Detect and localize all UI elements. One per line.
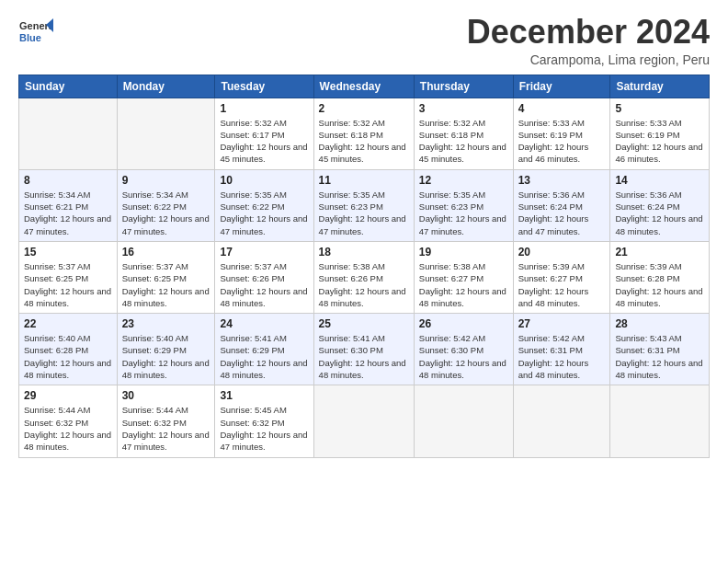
table-row: 27 Sunrise: 5:42 AMSunset: 6:31 PMDaylig… <box>513 314 610 385</box>
table-row: 14 Sunrise: 5:36 AMSunset: 6:24 PMDaylig… <box>610 169 710 241</box>
table-row: 15 Sunrise: 5:37 AMSunset: 6:25 PMDaylig… <box>19 241 118 313</box>
day-number: 27 <box>518 317 606 330</box>
table-row: 20 Sunrise: 5:39 AMSunset: 6:27 PMDaylig… <box>513 241 610 313</box>
table-row: 26 Sunrise: 5:42 AMSunset: 6:30 PMDaylig… <box>414 314 513 385</box>
table-row <box>610 385 710 457</box>
day-number: 14 <box>615 174 704 187</box>
day-info: Sunrise: 5:44 AMSunset: 6:32 PMDaylight:… <box>122 405 210 452</box>
logo: General Blue <box>18 14 53 49</box>
table-row: 24 Sunrise: 5:41 AMSunset: 6:29 PMDaylig… <box>215 314 313 385</box>
day-info: Sunrise: 5:40 AMSunset: 6:28 PMDaylight:… <box>24 333 111 380</box>
table-row: 5 Sunrise: 5:33 AMSunset: 6:19 PMDayligh… <box>610 98 710 169</box>
calendar: Sunday Monday Tuesday Wednesday Thursday… <box>18 75 710 458</box>
day-number: 30 <box>122 389 210 402</box>
day-info: Sunrise: 5:39 AMSunset: 6:27 PMDaylight:… <box>518 261 589 308</box>
day-info: Sunrise: 5:33 AMSunset: 6:19 PMDaylight:… <box>518 118 589 165</box>
day-number: 1 <box>220 102 308 115</box>
day-number: 10 <box>220 174 308 187</box>
day-info: Sunrise: 5:35 AMSunset: 6:23 PMDaylight:… <box>319 190 406 236</box>
title-section: December 2024 Carampoma, Lima region, Pe… <box>467 14 710 67</box>
table-row <box>513 385 610 457</box>
day-number: 2 <box>319 102 409 115</box>
day-info: Sunrise: 5:37 AMSunset: 6:26 PMDaylight:… <box>220 261 307 308</box>
col-friday: Friday <box>513 75 610 98</box>
day-number: 31 <box>220 389 308 402</box>
table-row: 30 Sunrise: 5:44 AMSunset: 6:32 PMDaylig… <box>117 385 215 457</box>
table-row: 17 Sunrise: 5:37 AMSunset: 6:26 PMDaylig… <box>215 241 313 313</box>
day-info: Sunrise: 5:35 AMSunset: 6:22 PMDaylight:… <box>220 190 307 236</box>
table-row: 18 Sunrise: 5:38 AMSunset: 6:26 PMDaylig… <box>313 241 414 313</box>
col-thursday: Thursday <box>414 75 513 98</box>
col-tuesday: Tuesday <box>215 75 313 98</box>
table-row: 11 Sunrise: 5:35 AMSunset: 6:23 PMDaylig… <box>313 169 414 241</box>
table-row: 31 Sunrise: 5:45 AMSunset: 6:32 PMDaylig… <box>215 385 313 457</box>
day-info: Sunrise: 5:38 AMSunset: 6:26 PMDaylight:… <box>319 261 406 308</box>
day-info: Sunrise: 5:37 AMSunset: 6:25 PMDaylight:… <box>122 261 210 308</box>
col-sunday: Sunday <box>19 75 118 98</box>
col-monday: Monday <box>117 75 215 98</box>
location: Carampoma, Lima region, Peru <box>467 52 710 67</box>
col-saturday: Saturday <box>610 75 710 98</box>
day-number: 24 <box>220 317 308 330</box>
table-row: 25 Sunrise: 5:41 AMSunset: 6:30 PMDaylig… <box>313 314 414 385</box>
day-number: 25 <box>319 317 409 330</box>
page: General Blue December 2024 Carampoma, Li… <box>0 0 728 563</box>
day-number: 9 <box>122 174 210 187</box>
day-info: Sunrise: 5:37 AMSunset: 6:25 PMDaylight:… <box>24 261 111 308</box>
calendar-header-row: Sunday Monday Tuesday Wednesday Thursday… <box>19 75 710 98</box>
day-number: 3 <box>419 102 508 115</box>
table-row: 22 Sunrise: 5:40 AMSunset: 6:28 PMDaylig… <box>19 314 118 385</box>
svg-rect-0 <box>18 14 53 49</box>
table-row: 9 Sunrise: 5:34 AMSunset: 6:22 PMDayligh… <box>117 169 215 241</box>
day-info: Sunrise: 5:36 AMSunset: 6:24 PMDaylight:… <box>518 190 589 236</box>
day-info: Sunrise: 5:42 AMSunset: 6:31 PMDaylight:… <box>518 333 589 380</box>
day-number: 19 <box>419 246 508 259</box>
day-info: Sunrise: 5:32 AMSunset: 6:18 PMDaylight:… <box>319 118 406 165</box>
day-number: 12 <box>419 174 508 187</box>
table-row: 29 Sunrise: 5:44 AMSunset: 6:32 PMDaylig… <box>19 385 118 457</box>
day-number: 22 <box>24 317 112 330</box>
day-number: 8 <box>24 174 112 187</box>
table-row: 23 Sunrise: 5:40 AMSunset: 6:29 PMDaylig… <box>117 314 215 385</box>
day-info: Sunrise: 5:45 AMSunset: 6:32 PMDaylight:… <box>220 405 307 452</box>
table-row: 2 Sunrise: 5:32 AMSunset: 6:18 PMDayligh… <box>313 98 414 169</box>
table-row: 28 Sunrise: 5:43 AMSunset: 6:31 PMDaylig… <box>610 314 710 385</box>
table-row <box>414 385 513 457</box>
day-info: Sunrise: 5:41 AMSunset: 6:29 PMDaylight:… <box>220 333 307 380</box>
day-number: 5 <box>615 102 704 115</box>
day-info: Sunrise: 5:36 AMSunset: 6:24 PMDaylight:… <box>615 190 702 236</box>
day-info: Sunrise: 5:44 AMSunset: 6:32 PMDaylight:… <box>24 405 111 452</box>
day-number: 13 <box>518 174 606 187</box>
day-info: Sunrise: 5:42 AMSunset: 6:30 PMDaylight:… <box>419 333 506 380</box>
table-row <box>313 385 414 457</box>
day-info: Sunrise: 5:34 AMSunset: 6:21 PMDaylight:… <box>24 190 111 236</box>
header: General Blue December 2024 Carampoma, Li… <box>18 14 710 67</box>
table-row: 19 Sunrise: 5:38 AMSunset: 6:27 PMDaylig… <box>414 241 513 313</box>
logo-icon: General Blue <box>18 14 53 49</box>
table-row: 10 Sunrise: 5:35 AMSunset: 6:22 PMDaylig… <box>215 169 313 241</box>
table-row: 4 Sunrise: 5:33 AMSunset: 6:19 PMDayligh… <box>513 98 610 169</box>
table-row <box>19 98 118 169</box>
day-info: Sunrise: 5:41 AMSunset: 6:30 PMDaylight:… <box>319 333 406 380</box>
day-number: 17 <box>220 246 308 259</box>
table-row: 12 Sunrise: 5:35 AMSunset: 6:23 PMDaylig… <box>414 169 513 241</box>
day-number: 21 <box>615 246 704 259</box>
col-wednesday: Wednesday <box>313 75 414 98</box>
day-info: Sunrise: 5:34 AMSunset: 6:22 PMDaylight:… <box>122 190 210 236</box>
day-number: 16 <box>122 246 210 259</box>
day-info: Sunrise: 5:43 AMSunset: 6:31 PMDaylight:… <box>615 333 702 380</box>
month-title: December 2024 <box>467 14 710 51</box>
day-info: Sunrise: 5:38 AMSunset: 6:27 PMDaylight:… <box>419 261 506 308</box>
table-row: 21 Sunrise: 5:39 AMSunset: 6:28 PMDaylig… <box>610 241 710 313</box>
day-number: 11 <box>319 174 409 187</box>
day-number: 15 <box>24 246 112 259</box>
day-info: Sunrise: 5:32 AMSunset: 6:17 PMDaylight:… <box>220 118 307 165</box>
day-number: 29 <box>24 389 112 402</box>
day-number: 20 <box>518 246 606 259</box>
table-row: 8 Sunrise: 5:34 AMSunset: 6:21 PMDayligh… <box>19 169 118 241</box>
day-info: Sunrise: 5:35 AMSunset: 6:23 PMDaylight:… <box>419 190 506 236</box>
table-row <box>117 98 215 169</box>
table-row: 1 Sunrise: 5:32 AMSunset: 6:17 PMDayligh… <box>215 98 313 169</box>
day-number: 28 <box>615 317 704 330</box>
day-number: 23 <box>122 317 210 330</box>
